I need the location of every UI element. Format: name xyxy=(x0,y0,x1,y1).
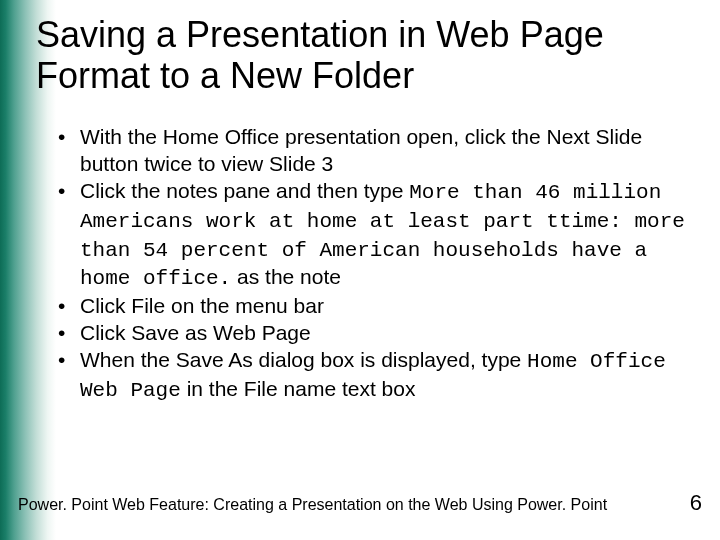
slide-body: With the Home Office presentation open, … xyxy=(54,124,686,405)
bullet-text-post: in the File name text box xyxy=(181,377,416,400)
bullet-item-4: Click Save as Web Page xyxy=(54,320,686,347)
bullet-list: With the Home Office presentation open, … xyxy=(54,124,686,405)
bullet-text-post: as the note xyxy=(231,265,341,288)
page-number: 6 xyxy=(690,490,702,516)
bullet-text: With the Home Office presentation open, … xyxy=(80,125,642,175)
slide-title: Saving a Presentation in Web Page Format… xyxy=(36,14,696,97)
bullet-item-5: When the Save As dialog box is displayed… xyxy=(54,347,686,405)
footer-left-text: Power. Point Web Feature: Creating a Pre… xyxy=(18,496,607,514)
slide: Saving a Presentation in Web Page Format… xyxy=(0,0,720,540)
bullet-text: Click Save as Web Page xyxy=(80,321,311,344)
bullet-text: Click File on the menu bar xyxy=(80,294,324,317)
slide-footer: Power. Point Web Feature: Creating a Pre… xyxy=(18,490,702,516)
bullet-text-pre: When the Save As dialog box is displayed… xyxy=(80,348,527,371)
bullet-item-3: Click File on the menu bar xyxy=(54,293,686,320)
bullet-text-pre: Click the notes pane and then type xyxy=(80,179,409,202)
bullet-item-2: Click the notes pane and then type More … xyxy=(54,178,686,294)
bullet-item-1: With the Home Office presentation open, … xyxy=(54,124,686,178)
